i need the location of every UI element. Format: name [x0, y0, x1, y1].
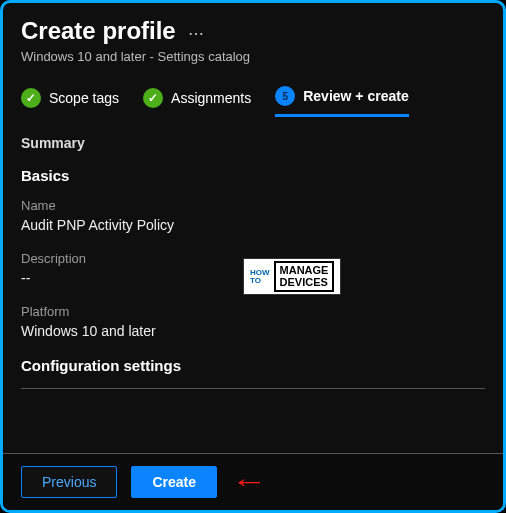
page-title: Create profile [21, 17, 176, 45]
config-settings-heading: Configuration settings [21, 357, 485, 374]
field-value: Windows 10 and later [21, 323, 485, 339]
basics-heading: Basics [21, 167, 485, 184]
arrow-annotation-icon: ← [231, 466, 267, 498]
tab-label: Assignments [171, 90, 251, 106]
wizard-tabs: ✓ Scope tags ✓ Assignments 5 Review + cr… [3, 68, 503, 117]
tab-review-create[interactable]: 5 Review + create [275, 86, 408, 117]
previous-button[interactable]: Previous [21, 466, 117, 498]
field-platform: Platform Windows 10 and later [21, 304, 485, 339]
tab-label: Review + create [303, 88, 408, 104]
field-label: Name [21, 198, 485, 213]
field-label: Platform [21, 304, 485, 319]
tab-label: Scope tags [49, 90, 119, 106]
create-button[interactable]: Create [131, 466, 217, 498]
page-subtitle: Windows 10 and later - Settings catalog [21, 49, 485, 64]
check-icon: ✓ [21, 88, 41, 108]
check-icon: ✓ [143, 88, 163, 108]
divider [21, 388, 485, 389]
summary-heading: Summary [21, 135, 485, 151]
step-number-icon: 5 [275, 86, 295, 106]
watermark-logo: HOW TO MANAGE DEVICES [243, 258, 341, 295]
more-icon[interactable]: ⋯ [188, 20, 206, 43]
field-value: Audit PNP Activity Policy [21, 217, 485, 233]
tab-assignments[interactable]: ✓ Assignments [143, 88, 251, 116]
field-name: Name Audit PNP Activity Policy [21, 198, 485, 233]
footer-actions: Previous Create ← [3, 453, 503, 510]
tab-scope-tags[interactable]: ✓ Scope tags [21, 88, 119, 116]
